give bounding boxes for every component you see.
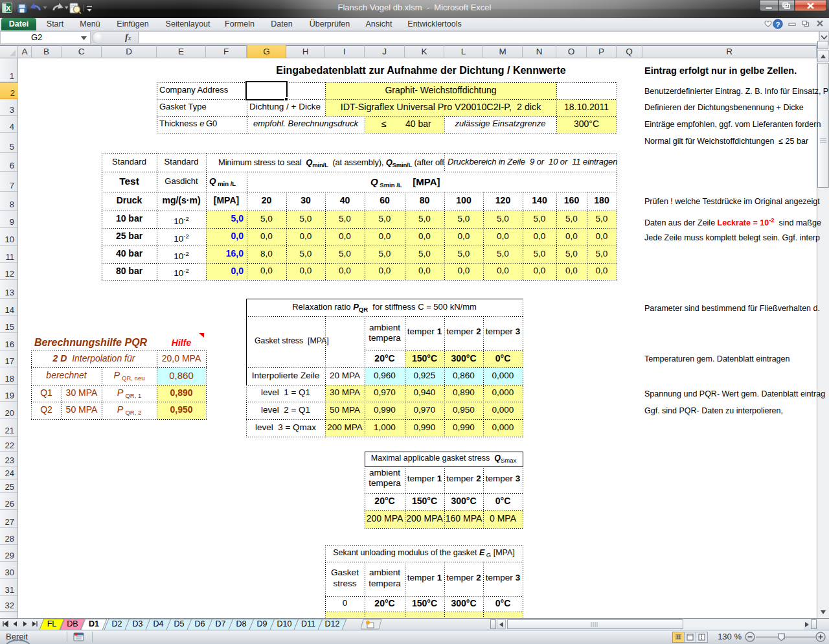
svg-text:X: X (6, 5, 11, 12)
svg-text:?: ? (775, 21, 780, 29)
